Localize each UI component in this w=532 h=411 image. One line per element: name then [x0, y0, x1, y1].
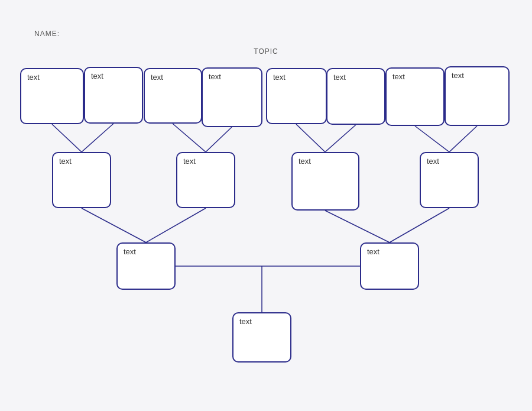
svg-line-5 [325, 125, 356, 152]
svg-line-9 [146, 208, 206, 242]
node-n3[interactable]: text [144, 68, 202, 124]
svg-line-4 [296, 124, 325, 152]
node-n12[interactable]: text [420, 152, 479, 208]
node-n13[interactable]: text [116, 242, 176, 290]
node-n11[interactable]: text [291, 152, 359, 211]
svg-line-8 [82, 208, 146, 242]
node-n15[interactable]: text [232, 312, 291, 363]
node-n4[interactable]: text [202, 67, 262, 127]
svg-line-3 [206, 127, 232, 152]
svg-line-7 [449, 126, 477, 152]
svg-line-2 [173, 124, 206, 152]
node-n2[interactable]: text [84, 67, 143, 124]
topic-label: TOPIC [0, 47, 532, 56]
name-label: NAME: [34, 30, 60, 38]
node-n5[interactable]: text [266, 68, 327, 124]
node-n6[interactable]: text [326, 68, 385, 125]
svg-line-11 [390, 208, 449, 242]
node-n14[interactable]: text [360, 242, 419, 290]
node-n10[interactable]: text [176, 152, 235, 208]
node-n7[interactable]: text [385, 67, 445, 126]
node-n9[interactable]: text [52, 152, 111, 208]
svg-line-10 [325, 211, 390, 242]
node-n8[interactable]: text [445, 66, 510, 126]
svg-line-0 [52, 124, 82, 152]
svg-line-6 [415, 126, 449, 152]
svg-line-1 [82, 124, 113, 152]
node-n1[interactable]: text [20, 68, 84, 124]
